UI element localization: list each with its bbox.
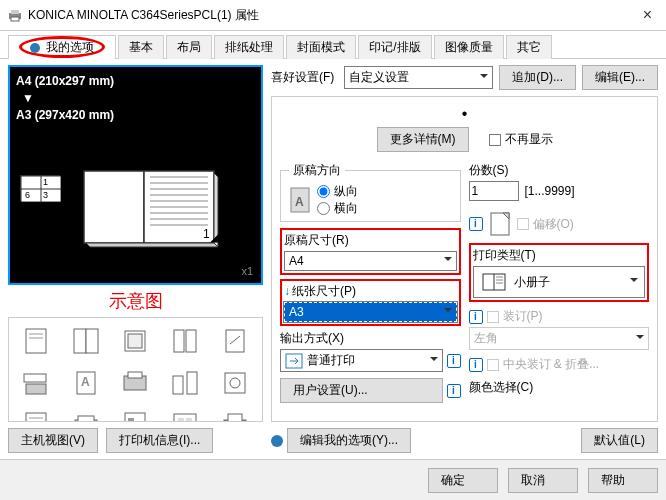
svg-rect-1 [11, 10, 19, 14]
info-icon[interactable]: i [469, 310, 483, 324]
radio-input[interactable] [317, 202, 330, 215]
info-icon[interactable]: i [447, 354, 461, 368]
radio-input[interactable] [317, 185, 330, 198]
svg-rect-51 [186, 418, 192, 422]
edit-button[interactable]: 编辑(E)... [582, 65, 658, 90]
user-icon [30, 43, 40, 53]
portrait-radio[interactable]: 纵向 [317, 183, 358, 200]
copies-input[interactable] [469, 181, 519, 201]
svg-rect-27 [128, 334, 142, 348]
checkbox-box [489, 134, 501, 146]
highlight-orig-size: 原稿尺寸(R) A4 [280, 228, 461, 275]
orig-size-select[interactable]: A4 [284, 251, 457, 271]
thumb-item[interactable] [63, 406, 109, 422]
offset-label: 偏移(O) [533, 216, 574, 233]
color-label: 颜色选择(C) [469, 379, 650, 396]
arrow-down-blue-icon: ↓ [284, 284, 290, 298]
preview-thumb: 1 6 3 [20, 175, 60, 201]
noshow-label: 不再显示 [505, 131, 553, 148]
close-icon[interactable]: × [637, 6, 658, 24]
highlight-paper-size: ↓纸张尺寸(P) A3 [280, 279, 461, 326]
info-icon[interactable]: i [447, 384, 461, 398]
paper-size-label: ↓纸张尺寸(P) [284, 283, 457, 300]
add-button[interactable]: 追加(D)... [499, 65, 576, 90]
ok-button[interactable]: 确定 [428, 468, 498, 493]
checkbox-box [487, 359, 499, 371]
edit-my-options-button[interactable]: 编辑我的选项(Y)... [287, 428, 411, 453]
tab-layout[interactable]: 布局 [166, 35, 212, 59]
paper-size-select[interactable]: A3 [284, 302, 457, 322]
svg-rect-53 [228, 414, 242, 422]
favorites-row: 喜好设置(F) 自定义设置 追加(D)... 编辑(E)... [271, 65, 658, 90]
print-type-select[interactable]: 小册子 [473, 266, 646, 298]
svg-rect-2 [11, 17, 19, 21]
info-icon[interactable]: i [469, 217, 483, 231]
booklet-icon [482, 273, 506, 291]
thumb-item[interactable] [162, 364, 208, 402]
svg-rect-30 [226, 330, 244, 352]
thumb-item[interactable] [63, 322, 109, 360]
favorites-select[interactable]: 自定义设置 [344, 66, 493, 89]
svg-text:◢: ◢ [210, 230, 220, 244]
fold-checkbox: 中央装订 & 折叠... [487, 356, 600, 373]
tab-basic[interactable]: 基本 [118, 35, 164, 59]
preview-caption: 示意图 [8, 289, 263, 313]
copies-label: 份数(S) [469, 162, 650, 179]
offset-checkbox: 偏移(O) [517, 216, 574, 233]
bullet-icon: • [462, 105, 468, 123]
thumb-item[interactable] [212, 406, 258, 422]
titlebar: KONICA MINOLTA C364SeriesPCL(1) 属性 × [0, 0, 666, 31]
thumb-item[interactable] [162, 322, 208, 360]
thumb-item[interactable] [13, 364, 59, 402]
default-button[interactable]: 默认值(L) [581, 428, 658, 453]
svg-rect-37 [173, 376, 183, 394]
tab-my-options[interactable]: 我的选项 [8, 35, 116, 59]
tab-stamp[interactable]: 印记/排版 [358, 35, 431, 59]
thumb-item[interactable]: A [63, 364, 109, 402]
fold-label: 中央装订 & 折叠... [503, 356, 600, 373]
thumb-item[interactable] [113, 322, 159, 360]
svg-rect-46 [78, 416, 94, 422]
arrow-down-icon: ▼ [22, 90, 255, 107]
svg-marker-6 [84, 171, 144, 243]
more-details-button[interactable]: 更多详情(M) [377, 127, 469, 152]
tab-paper[interactable]: 排纸处理 [214, 35, 284, 59]
svg-rect-31 [24, 374, 46, 382]
feature-thumb-grid[interactable]: A [8, 317, 263, 422]
thumb-item[interactable] [212, 364, 258, 402]
svg-marker-9 [86, 243, 218, 247]
panel-footer: 编辑我的选项(Y)... 默认值(L) [271, 428, 658, 453]
orig-size-label: 原稿尺寸(R) [284, 232, 457, 249]
binding-checkbox: 装订(P) [487, 308, 543, 325]
host-view-button[interactable]: 主机视图(V) [8, 428, 98, 453]
thumb-item[interactable] [13, 322, 59, 360]
thumb-item[interactable] [162, 406, 208, 422]
output-select[interactable]: 普通打印 [280, 349, 443, 372]
noshow-checkbox[interactable]: 不再显示 [489, 131, 553, 148]
thumb-item[interactable] [113, 364, 159, 402]
user-icon [271, 435, 283, 447]
output-label: 输出方式(X) [280, 330, 461, 347]
orientation-legend: 原稿方向 [289, 162, 345, 179]
dialog-buttons: 确定 取消 帮助 [0, 459, 666, 500]
checkbox-box [487, 311, 499, 323]
user-settings-button[interactable]: 用户设置(U)... [280, 378, 443, 403]
tab-quality[interactable]: 图像质量 [434, 35, 504, 59]
printer-info-button[interactable]: 打印机信息(I)... [106, 428, 213, 453]
cancel-button[interactable]: 取消 [508, 468, 578, 493]
info-icon[interactable]: i [469, 358, 483, 372]
svg-rect-28 [174, 330, 184, 352]
svg-rect-38 [187, 372, 197, 394]
thumb-item[interactable] [212, 322, 258, 360]
orientation-icon: A [289, 186, 311, 214]
help-button[interactable]: 帮助 [588, 468, 658, 493]
settings-panel: • 更多详情(M) 不再显示 原稿方向 A 纵向 [271, 96, 658, 422]
checkbox-box [517, 218, 529, 230]
preview-book: 1 ◢ [80, 167, 220, 257]
tab-cover[interactable]: 封面模式 [286, 35, 356, 59]
preview-thumb-6: 6 [25, 190, 30, 200]
thumb-item[interactable] [13, 406, 59, 422]
thumb-item[interactable] [113, 406, 159, 422]
landscape-radio[interactable]: 横向 [317, 200, 358, 217]
tab-other[interactable]: 其它 [506, 35, 552, 59]
